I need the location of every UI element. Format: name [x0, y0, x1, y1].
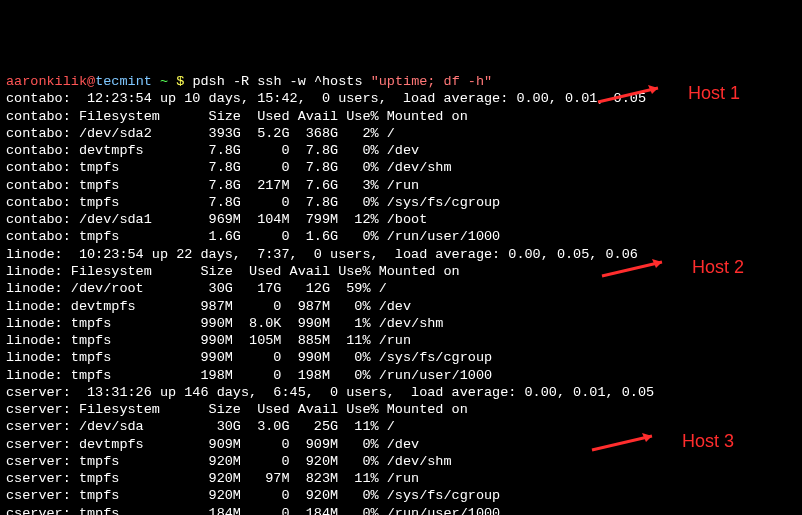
prompt-symbol: $	[176, 74, 184, 89]
output-block: contabo: 12:23:54 up 10 days, 15:42, 0 u…	[6, 90, 796, 515]
command-text[interactable]: pdsh -R ssh -w ^hosts	[192, 74, 370, 89]
prompt-at: @	[87, 74, 95, 89]
command-arg[interactable]: "uptime; df -h"	[371, 74, 493, 89]
prompt-path: ~	[160, 74, 168, 89]
prompt-host: tecmint	[95, 74, 152, 89]
prompt-user: aaronkilik	[6, 74, 87, 89]
terminal-content: aaronkilik@tecmint ~ $ pdsh -R ssh -w ^h…	[6, 73, 796, 515]
